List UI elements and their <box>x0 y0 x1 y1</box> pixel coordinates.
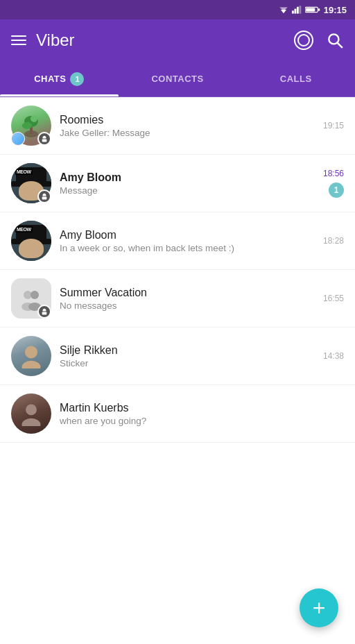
lock-icon <box>37 189 51 203</box>
avatar-wrap <box>11 105 51 146</box>
mini-avatar <box>11 132 25 146</box>
chat-name: Martin Kuerbs <box>60 402 336 414</box>
chat-preview: Sticker <box>60 358 315 368</box>
chat-time: 14:38 <box>323 351 344 361</box>
chat-preview: No messages <box>60 300 315 311</box>
chat-time: 19:15 <box>323 121 344 130</box>
list-item[interactable]: Roomies Jake Geller: Message 19:15 <box>0 97 355 155</box>
svg-rect-3 <box>294 9 296 14</box>
signal-icon <box>292 6 302 14</box>
plus-icon: + <box>313 597 326 619</box>
svg-point-22 <box>26 405 37 416</box>
chat-preview: Jake Geller: Message <box>60 128 315 138</box>
chat-content: Roomies Jake Geller: Message <box>60 114 315 138</box>
chat-time: 16:55 <box>323 294 344 303</box>
chat-name: Amy Bloom <box>60 171 315 184</box>
app-title: Viber <box>36 31 75 50</box>
list-item[interactable]: Martin Kuerbs when are you going? <box>0 385 355 443</box>
chat-name: Roomies <box>60 114 315 126</box>
fab-button[interactable]: + <box>300 588 338 627</box>
tab-chats-label: CHATS <box>34 74 66 84</box>
tab-contacts[interactable]: CONTACTS <box>119 61 237 96</box>
chat-name: Summer Vacation <box>60 287 315 299</box>
chat-name: Silje Rikken <box>60 344 315 357</box>
tab-contacts-label: CONTACTS <box>151 74 203 84</box>
svg-point-14 <box>22 122 32 129</box>
svg-point-23 <box>22 418 41 426</box>
tab-chats[interactable]: CHATS 1 <box>0 61 119 96</box>
list-item[interactable]: MEOW Amy Bloom Message 18:56 1 <box>0 155 355 212</box>
svg-point-9 <box>329 34 338 44</box>
avatar: MEOW <box>11 221 51 261</box>
chat-meta: 18:28 <box>323 236 344 246</box>
lock-icon <box>37 132 51 146</box>
chat-meta: 18:56 1 <box>323 169 344 198</box>
app-header: Viber <box>0 19 355 61</box>
chat-preview: when are you going? <box>60 416 336 426</box>
chat-preview: Message <box>60 185 315 196</box>
avatar <box>11 393 51 434</box>
chat-preview: In a week or so, when im back lets meet … <box>60 243 315 253</box>
svg-point-20 <box>25 346 37 358</box>
svg-rect-8 <box>318 8 320 11</box>
avatar-wrap <box>11 278 51 319</box>
avatar <box>11 336 51 376</box>
avatar-wrap <box>11 336 51 376</box>
svg-marker-1 <box>279 8 288 11</box>
header-left: Viber <box>11 31 75 50</box>
chat-content: Silje Rikken Sticker <box>60 344 315 368</box>
chat-meta: 16:55 <box>323 294 344 303</box>
hamburger-menu-icon[interactable] <box>11 35 26 45</box>
chats-badge: 1 <box>70 72 84 86</box>
svg-point-15 <box>31 115 37 122</box>
chat-content: Martin Kuerbs when are you going? <box>60 402 336 426</box>
avatar-wrap: MEOW <box>11 221 51 261</box>
viber-stories-icon[interactable] <box>294 31 313 50</box>
svg-rect-7 <box>306 8 315 11</box>
list-item[interactable]: Silje Rikken Sticker 14:38 <box>0 328 355 385</box>
status-time: 19:15 <box>324 5 347 15</box>
chat-time: 18:28 <box>323 236 344 246</box>
list-item[interactable]: MEOW Amy Bloom In a week or so, when im … <box>0 212 355 270</box>
svg-point-21 <box>22 361 41 368</box>
unread-badge: 1 <box>329 183 344 198</box>
svg-line-10 <box>338 43 343 48</box>
svg-rect-4 <box>297 7 299 14</box>
search-icon[interactable] <box>326 31 344 49</box>
header-right <box>294 31 344 50</box>
chat-content: Summer Vacation No messages <box>60 287 315 311</box>
list-item[interactable]: Summer Vacation No messages 16:55 <box>0 270 355 328</box>
avatar-wrap <box>11 393 51 434</box>
chat-content: Amy Bloom In a week or so, when im back … <box>60 229 315 253</box>
status-bar: 19:15 <box>0 0 355 19</box>
tab-calls[interactable]: CALLS <box>236 61 355 96</box>
battery-icon <box>305 6 320 14</box>
avatar-wrap: MEOW <box>11 163 51 203</box>
svg-point-17 <box>31 291 39 299</box>
svg-rect-2 <box>292 10 294 13</box>
lock-icon <box>37 305 51 319</box>
chat-name: Amy Bloom <box>60 229 315 242</box>
svg-rect-5 <box>299 6 301 13</box>
chat-content: Amy Bloom Message <box>60 171 315 196</box>
chat-meta: 19:15 <box>323 121 344 130</box>
tab-calls-label: CALLS <box>280 74 312 84</box>
wifi-icon <box>279 6 288 14</box>
chat-list: Roomies Jake Geller: Message 19:15 MEOW … <box>0 97 355 644</box>
status-icons: 19:15 <box>279 5 347 15</box>
chat-time: 18:56 <box>323 169 344 178</box>
tab-bar: CHATS 1 CONTACTS CALLS <box>0 61 355 97</box>
chat-meta: 14:38 <box>323 351 344 361</box>
